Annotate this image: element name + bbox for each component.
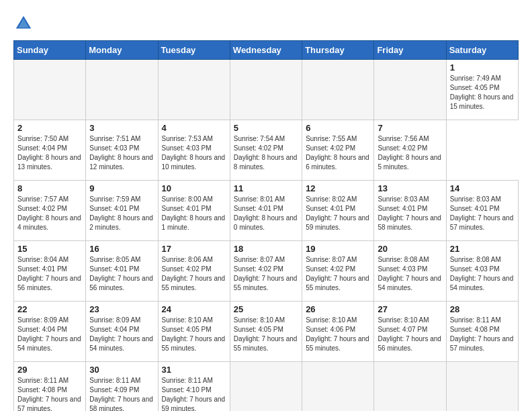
- calendar-week-4: 22Sunrise: 8:09 AMSunset: 4:04 PMDayligh…: [14, 302, 519, 362]
- day-info: Sunrise: 7:56 AMSunset: 4:02 PMDaylight:…: [378, 134, 442, 172]
- empty-cell: [230, 60, 302, 120]
- calendar-day-6: 6Sunrise: 7:55 AMSunset: 4:02 PMDaylight…: [302, 120, 374, 181]
- empty-cell: [86, 60, 158, 120]
- empty-cell: [374, 60, 446, 120]
- day-number: 22: [17, 304, 82, 314]
- day-info: Sunrise: 8:11 AMSunset: 4:08 PMDaylight:…: [450, 316, 515, 353]
- day-info: Sunrise: 7:57 AMSunset: 4:02 PMDaylight:…: [17, 195, 82, 232]
- col-header-tuesday: Tuesday: [158, 41, 230, 60]
- day-number: 28: [450, 304, 515, 314]
- calendar-day-31: 31Sunrise: 8:11 AMSunset: 4:10 PMDayligh…: [158, 362, 230, 412]
- day-number: 6: [306, 123, 370, 133]
- day-info: Sunrise: 8:02 AMSunset: 4:01 PMDaylight:…: [306, 195, 370, 232]
- calendar-week-2: 8Sunrise: 7:57 AMSunset: 4:02 PMDaylight…: [14, 181, 519, 241]
- day-info: Sunrise: 8:08 AMSunset: 4:03 PMDaylight:…: [378, 255, 442, 293]
- day-info: Sunrise: 8:05 AMSunset: 4:01 PMDaylight:…: [89, 255, 154, 293]
- day-info: Sunrise: 8:10 AMSunset: 4:05 PMDaylight:…: [162, 316, 226, 353]
- day-info: Sunrise: 8:00 AMSunset: 4:01 PMDaylight:…: [162, 195, 226, 232]
- calendar-day-29: 29Sunrise: 8:11 AMSunset: 4:08 PMDayligh…: [14, 362, 86, 412]
- calendar-day-5: 5Sunrise: 7:54 AMSunset: 4:02 PMDaylight…: [230, 120, 302, 181]
- day-info: Sunrise: 7:53 AMSunset: 4:03 PMDaylight:…: [162, 134, 226, 172]
- calendar-day-7: 7Sunrise: 7:56 AMSunset: 4:02 PMDaylight…: [374, 120, 446, 181]
- calendar-day-13: 13Sunrise: 8:03 AMSunset: 4:01 PMDayligh…: [374, 181, 446, 241]
- day-number: 18: [234, 244, 298, 254]
- calendar-day-23: 23Sunrise: 8:09 AMSunset: 4:04 PMDayligh…: [86, 302, 158, 362]
- calendar-day-28: 28Sunrise: 8:11 AMSunset: 4:08 PMDayligh…: [446, 302, 518, 362]
- day-info: Sunrise: 8:09 AMSunset: 4:04 PMDaylight:…: [17, 316, 82, 353]
- day-number: 5: [234, 123, 298, 133]
- empty-cell: [302, 60, 374, 120]
- day-info: Sunrise: 8:11 AMSunset: 4:10 PMDaylight:…: [162, 376, 226, 411]
- day-number: 31: [162, 365, 226, 375]
- day-info: Sunrise: 8:03 AMSunset: 4:01 PMDaylight:…: [378, 195, 442, 232]
- day-number: 19: [306, 244, 370, 254]
- day-number: 13: [378, 183, 442, 193]
- day-number: 8: [17, 183, 82, 193]
- day-info: Sunrise: 8:08 AMSunset: 4:03 PMDaylight:…: [450, 255, 515, 293]
- calendar-day-19: 19Sunrise: 8:07 AMSunset: 4:02 PMDayligh…: [302, 241, 374, 302]
- day-number: 1: [450, 62, 515, 73]
- col-header-monday: Monday: [86, 41, 158, 60]
- day-number: 20: [378, 244, 442, 254]
- day-number: 9: [89, 183, 154, 193]
- day-info: Sunrise: 8:11 AMSunset: 4:09 PMDaylight:…: [89, 376, 154, 411]
- page-header: [13, 13, 519, 34]
- calendar-day-2: 2Sunrise: 7:50 AMSunset: 4:04 PMDaylight…: [14, 120, 86, 181]
- day-info: Sunrise: 8:07 AMSunset: 4:02 PMDaylight:…: [306, 255, 370, 293]
- day-number: 27: [378, 304, 442, 314]
- day-info: Sunrise: 8:03 AMSunset: 4:01 PMDaylight:…: [450, 195, 515, 232]
- day-number: 23: [89, 304, 154, 314]
- day-number: 25: [234, 304, 298, 314]
- calendar-day-16: 16Sunrise: 8:05 AMSunset: 4:01 PMDayligh…: [86, 241, 158, 302]
- day-number: 3: [89, 123, 154, 133]
- day-info: Sunrise: 8:10 AMSunset: 4:05 PMDaylight:…: [234, 316, 298, 353]
- day-info: Sunrise: 7:55 AMSunset: 4:02 PMDaylight:…: [306, 134, 370, 172]
- calendar-day-4: 4Sunrise: 7:53 AMSunset: 4:03 PMDaylight…: [158, 120, 230, 181]
- calendar-day-11: 11Sunrise: 8:01 AMSunset: 4:01 PMDayligh…: [230, 181, 302, 241]
- calendar-day-12: 12Sunrise: 8:02 AMSunset: 4:01 PMDayligh…: [302, 181, 374, 241]
- day-info: Sunrise: 8:11 AMSunset: 4:08 PMDaylight:…: [17, 376, 82, 411]
- col-header-friday: Friday: [374, 41, 446, 60]
- day-number: 7: [378, 123, 442, 133]
- day-number: 30: [89, 365, 154, 375]
- day-number: 12: [306, 183, 370, 193]
- col-header-wednesday: Wednesday: [230, 41, 302, 60]
- empty-cell: [374, 362, 446, 412]
- calendar-day-20: 20Sunrise: 8:08 AMSunset: 4:03 PMDayligh…: [374, 241, 446, 302]
- day-info: Sunrise: 8:07 AMSunset: 4:02 PMDaylight:…: [234, 255, 298, 293]
- calendar-day-14: 14Sunrise: 8:03 AMSunset: 4:01 PMDayligh…: [446, 181, 518, 241]
- day-info: Sunrise: 8:10 AMSunset: 4:07 PMDaylight:…: [378, 316, 442, 353]
- day-info: Sunrise: 7:50 AMSunset: 4:04 PMDaylight:…: [17, 134, 82, 172]
- empty-cell: [158, 60, 230, 120]
- calendar-day-18: 18Sunrise: 8:07 AMSunset: 4:02 PMDayligh…: [230, 241, 302, 302]
- empty-cell: [446, 362, 518, 412]
- calendar-day-25: 25Sunrise: 8:10 AMSunset: 4:05 PMDayligh…: [230, 302, 302, 362]
- calendar-day-22: 22Sunrise: 8:09 AMSunset: 4:04 PMDayligh…: [14, 302, 86, 362]
- calendar-day-26: 26Sunrise: 8:10 AMSunset: 4:06 PMDayligh…: [302, 302, 374, 362]
- col-header-sunday: Sunday: [14, 41, 86, 60]
- calendar-day-24: 24Sunrise: 8:10 AMSunset: 4:05 PMDayligh…: [158, 302, 230, 362]
- day-info: Sunrise: 8:09 AMSunset: 4:04 PMDaylight:…: [89, 316, 154, 353]
- day-number: 15: [17, 244, 82, 254]
- calendar-table: SundayMondayTuesdayWednesdayThursdayFrid…: [13, 40, 519, 411]
- day-info: Sunrise: 7:51 AMSunset: 4:03 PMDaylight:…: [89, 134, 154, 172]
- calendar-day-8: 8Sunrise: 7:57 AMSunset: 4:02 PMDaylight…: [14, 181, 86, 241]
- day-info: Sunrise: 8:04 AMSunset: 4:01 PMDaylight:…: [17, 255, 82, 293]
- empty-cell: [14, 60, 86, 120]
- day-number: 10: [162, 183, 226, 193]
- calendar-day-21: 21Sunrise: 8:08 AMSunset: 4:03 PMDayligh…: [446, 241, 518, 302]
- empty-cell: [302, 362, 374, 412]
- day-info: Sunrise: 8:01 AMSunset: 4:01 PMDaylight:…: [234, 195, 298, 232]
- calendar-header-row: SundayMondayTuesdayWednesdayThursdayFrid…: [14, 41, 519, 60]
- calendar-day-15: 15Sunrise: 8:04 AMSunset: 4:01 PMDayligh…: [14, 241, 86, 302]
- calendar-day-9: 9Sunrise: 7:59 AMSunset: 4:01 PMDaylight…: [86, 181, 158, 241]
- calendar-day-30: 30Sunrise: 8:11 AMSunset: 4:09 PMDayligh…: [86, 362, 158, 412]
- day-number: 14: [450, 183, 515, 193]
- calendar-day-1: 1Sunrise: 7:49 AMSunset: 4:05 PMDaylight…: [446, 60, 518, 120]
- day-number: 17: [162, 244, 226, 254]
- col-header-saturday: Saturday: [446, 41, 518, 60]
- logo: [13, 13, 36, 34]
- day-number: 21: [450, 244, 515, 254]
- col-header-thursday: Thursday: [302, 41, 374, 60]
- day-number: 2: [17, 123, 82, 133]
